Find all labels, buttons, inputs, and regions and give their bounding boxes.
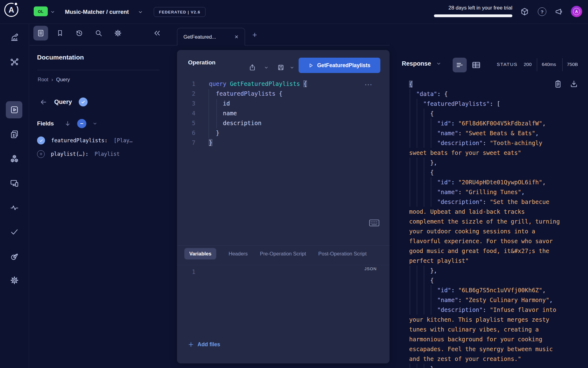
docs-panel-title: Documentation — [37, 54, 84, 61]
org-chevron-down-icon[interactable] — [50, 10, 55, 14]
new-tab-button[interactable]: + — [252, 30, 257, 40]
documentation-tab-icon[interactable] — [36, 29, 45, 38]
trial-progress-bar — [434, 14, 512, 17]
deselect-all-minus-icon[interactable] — [77, 119, 86, 128]
history-tab-icon[interactable] — [75, 29, 84, 38]
run-operation-button[interactable]: GetFeaturedPlaylists — [299, 58, 380, 73]
table-view-toggle[interactable] — [472, 60, 481, 70]
type-selected-check-icon[interactable] — [79, 98, 88, 106]
fields-chevron-down-icon[interactable] — [92, 121, 97, 126]
bookmarks-tab-icon[interactable] — [55, 29, 65, 38]
status-value: 200 — [524, 62, 532, 67]
field-add-plus-icon[interactable] — [37, 150, 45, 158]
latency-value: 640ms — [542, 62, 556, 67]
nav-checks-icon[interactable] — [9, 227, 19, 237]
graph-title[interactable]: Music-Matcher / current — [65, 0, 129, 24]
response-json-line: { — [409, 109, 588, 118]
graph-chevron-down-icon[interactable] — [138, 10, 143, 15]
line-number: 1 — [177, 79, 195, 89]
field-row[interactable]: playlist(…): Playlist — [37, 147, 175, 161]
response-panel-title: Response — [402, 60, 431, 67]
raw-view-toggle[interactable] — [453, 58, 467, 72]
response-json-line: good music and great food, it&#x27;s the — [409, 246, 588, 256]
operation-tab-label: GetFeatured... — [183, 34, 231, 40]
editor-line: 3 id — [177, 98, 390, 108]
response-json-line: { — [409, 167, 588, 177]
fields-sort-arrow-icon[interactable] — [64, 120, 71, 127]
response-json-body: { "data": { "featuredPlaylists": [ { "id… — [409, 79, 588, 368]
response-json-line: "description": "Infuse flavor into — [409, 305, 588, 315]
share-icon[interactable] — [248, 63, 256, 71]
keyboard-shortcuts-icon[interactable] — [369, 219, 379, 227]
response-json-lines: { "data": { "featuredPlaylists": [ { "id… — [409, 79, 588, 368]
variant-badge[interactable]: FEDERATED | V2.6 — [154, 7, 205, 17]
response-json-line: }, — [409, 266, 588, 275]
indent-guide — [217, 99, 217, 128]
help-icon[interactable]: ? — [537, 7, 547, 17]
share-chevron-down-icon[interactable] — [262, 63, 270, 71]
bottom-tab-headers[interactable]: Headers — [228, 251, 247, 257]
operation-editor[interactable]: 1query GetFeaturedPlaylists {2 featuredP… — [177, 79, 390, 148]
org-badge[interactable]: OL — [34, 6, 48, 16]
lines-view-icon — [456, 61, 464, 69]
bottom-tab-variables[interactable]: Variables — [184, 248, 216, 259]
explorer-settings-gear-icon[interactable] — [113, 29, 123, 38]
response-json-line: your outdoor cooking sessions into a — [409, 226, 588, 236]
nav-launches-rocket-icon[interactable] — [9, 251, 19, 261]
breadcrumb-separator: › — [51, 77, 53, 82]
breadcrumb-root-link[interactable]: Root — [38, 77, 48, 82]
editor-line: 6 } — [177, 128, 390, 138]
editor-line: 1query GetFeaturedPlaylists { — [177, 79, 390, 89]
nav-home-observatory-icon[interactable] — [9, 33, 19, 42]
status-label: STATUS — [497, 62, 518, 67]
type-title: Query — [54, 98, 72, 105]
field-selected-check-icon[interactable] — [37, 136, 45, 144]
field-type: [Play… — [114, 137, 132, 144]
graphos-cube-icon[interactable] — [520, 7, 530, 17]
editor-line: 4 name — [177, 108, 390, 118]
response-json-line: "id": "6LB6g7S5nc1uVVfj00Kh6Z", — [409, 285, 588, 295]
line-number: 6 — [177, 128, 195, 138]
back-arrow-icon[interactable] — [40, 98, 47, 106]
field-type: Playlist — [95, 151, 120, 157]
app-root: A OL Music-Matcher / current FEDERATED |… — [0, 0, 588, 368]
tab-close-icon[interactable]: ✕ — [235, 34, 239, 40]
collapse-panel-icon[interactable] — [153, 29, 162, 38]
breadcrumb-current[interactable]: Query — [56, 77, 70, 82]
nav-changelog-icon[interactable] — [9, 129, 19, 139]
nav-explorer-icon[interactable] — [9, 105, 19, 115]
operation-tab[interactable]: GetFeatured... ✕ — [177, 28, 245, 45]
announcements-megaphone-icon[interactable] — [554, 7, 564, 17]
nav-subgraphs-cubes-icon[interactable] — [9, 154, 19, 164]
save-chevron-down-icon[interactable] — [288, 63, 296, 71]
line-number: 3 — [177, 98, 195, 108]
type-header-row: Query — [40, 98, 88, 106]
save-icon[interactable] — [277, 63, 285, 71]
field-name: featuredPlaylists: — [51, 137, 107, 144]
response-json-line: "name": "Grilling Tunes", — [409, 187, 588, 197]
nav-settings-gear-icon[interactable] — [9, 275, 19, 285]
bottom-tab-post-operation-script[interactable]: Post-Operation Script — [318, 251, 367, 257]
editor-line: 2 featuredPlaylists { — [177, 89, 390, 98]
response-dropdown[interactable]: Response — [402, 60, 441, 67]
line-number: 4 — [177, 108, 195, 118]
add-files-button[interactable]: Add files — [188, 341, 220, 348]
response-json-line: "name": "Sweet Beats & Eats", — [409, 128, 588, 138]
field-row[interactable]: featuredPlaylists: [Play… — [37, 134, 175, 147]
breadcrumb: Root › Query — [38, 77, 70, 82]
nav-insights-pulse-icon[interactable] — [9, 203, 19, 213]
graph-title-label: Music-Matcher / current — [65, 9, 129, 15]
search-tab-icon[interactable] — [94, 29, 103, 38]
indent-guide — [209, 89, 209, 138]
documentation-panel: Documentation Root › Query Query Fields — [29, 24, 177, 368]
nav-schema-graph-icon[interactable] — [9, 57, 19, 67]
user-avatar[interactable]: A — [571, 6, 582, 17]
response-json-line: "featuredPlaylists": [ — [409, 99, 588, 109]
bottom-tab-pre-operation-script[interactable]: Pre-Operation Script — [260, 251, 306, 257]
table-view-icon — [472, 60, 481, 70]
variables-line-number: 1 — [177, 268, 195, 275]
nav-clients-devices-icon[interactable] — [9, 178, 19, 188]
fields-list: featuredPlaylists: [Play…playlist(…): Pl… — [37, 134, 175, 161]
top-bar: A OL Music-Matcher / current FEDERATED |… — [0, 0, 588, 24]
trial-countdown-label: 28 days left in your free trial — [448, 5, 512, 11]
